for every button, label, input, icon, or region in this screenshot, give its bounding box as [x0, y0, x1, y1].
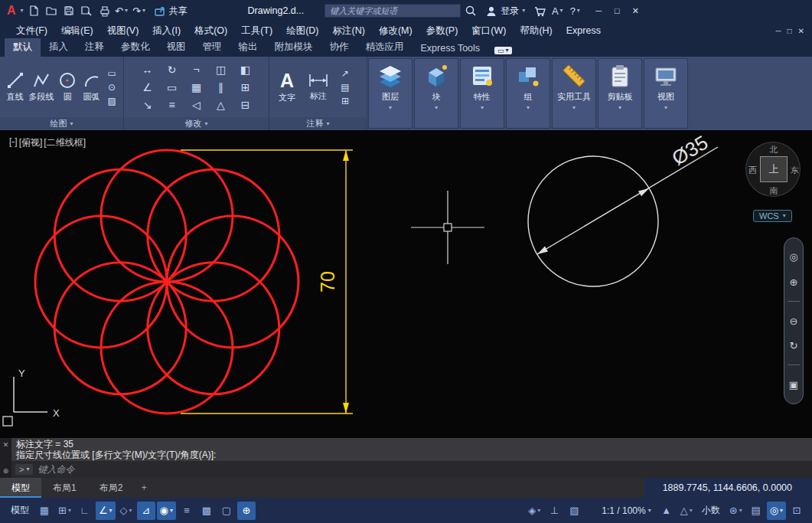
status-annotation-scale[interactable]: 1:1 / 100%▾: [597, 502, 655, 520]
erase-tool-icon[interactable]: ≡: [168, 99, 174, 111]
viewport-view-control[interactable]: [俯视]: [19, 136, 43, 149]
nav-orbit-icon[interactable]: ↻: [790, 340, 798, 351]
new-layout-button[interactable]: +: [134, 478, 154, 498]
explode-tool-icon[interactable]: ⊞: [241, 81, 250, 93]
menu-insert[interactable]: 插入(I): [145, 21, 188, 40]
panel-layers[interactable]: 图层 ▾: [368, 58, 413, 129]
redo-button[interactable]: ↷▾: [132, 2, 147, 19]
chevron-down-icon[interactable]: ▾: [21, 8, 24, 14]
status-snap-icon[interactable]: ⊞▾: [55, 502, 74, 520]
polyline-tool[interactable]: 多段线: [28, 71, 54, 103]
status-annotation-monitor-icon[interactable]: ▧: [565, 502, 583, 520]
status-autoscale-icon[interactable]: △▾: [677, 502, 696, 520]
menu-help[interactable]: 帮助(H): [513, 21, 559, 40]
status-isodraft-icon[interactable]: ◇▾: [117, 502, 135, 520]
leader-tool-icon[interactable]: ↗: [341, 68, 349, 79]
tab-output[interactable]: 输出: [230, 38, 266, 57]
autodesk-account-button[interactable]: A▾: [549, 2, 565, 19]
viewcube-top-face[interactable]: 上: [760, 156, 788, 182]
status-dynamic-ucs-icon[interactable]: ⊥: [545, 502, 563, 520]
command-prompt-icon[interactable]: >▾: [15, 464, 33, 475]
mirror-tool-icon[interactable]: ◧: [240, 64, 250, 76]
search-input[interactable]: [324, 4, 461, 18]
arc-tool[interactable]: 圆弧: [81, 71, 102, 103]
line-tool[interactable]: 直线: [5, 71, 25, 103]
panel-title-draw[interactable]: 绘图▾: [0, 117, 123, 130]
panel-title-modify[interactable]: 修改▾: [124, 117, 269, 130]
command-input-row[interactable]: >▾: [11, 461, 812, 478]
wcs-dropdown[interactable]: WCS▾: [753, 210, 792, 222]
command-history[interactable]: 标注文字 = 35 指定尺寸线位置或 [多行文字(M)/文字(T)/角度(A)]…: [11, 438, 812, 461]
command-input[interactable]: [38, 464, 812, 475]
menu-edit[interactable]: 编辑(E): [54, 21, 100, 40]
circle-tool[interactable]: 圆: [57, 71, 77, 103]
offset-tool-icon[interactable]: ∥: [218, 81, 223, 93]
vertical-dimension[interactable]: 70: [181, 150, 353, 413]
array-tool-icon[interactable]: ▦: [191, 81, 201, 93]
status-osnap-icon[interactable]: ◉▾: [157, 502, 176, 520]
copy-tool-icon[interactable]: ◫: [216, 64, 226, 76]
tab-featured-apps[interactable]: 精选应用: [357, 38, 413, 57]
panel-title-annotate[interactable]: 注释▾: [269, 117, 367, 130]
panel-clipboard[interactable]: 剪贴板 ▾: [598, 58, 642, 129]
align-tool-icon[interactable]: △: [217, 99, 225, 111]
save-as-button[interactable]: [79, 2, 94, 19]
dimension-tool[interactable]: 标注: [303, 72, 334, 102]
status-ortho-icon[interactable]: ∟: [76, 502, 94, 520]
panel-properties[interactable]: 特性 ▾: [460, 58, 504, 129]
search-box[interactable]: [324, 4, 461, 18]
menu-modify[interactable]: 修改(M): [372, 21, 419, 40]
tab-annotate[interactable]: 注释: [77, 38, 113, 57]
window-close-button[interactable]: ✕: [626, 6, 644, 16]
status-quick-properties-icon[interactable]: ▤: [747, 502, 765, 520]
doc-close-button[interactable]: ✕: [798, 27, 804, 35]
scale-tool-icon[interactable]: ↘: [143, 99, 152, 111]
tab-parametric[interactable]: 参数化: [113, 38, 158, 57]
rectangle-tool-icon[interactable]: ▭: [107, 68, 116, 79]
tab-manage[interactable]: 管理: [194, 38, 230, 57]
doc-restore-button[interactable]: □: [788, 27, 792, 35]
markup-tool-icon[interactable]: ⊞: [341, 96, 349, 106]
drawing-canvas[interactable]: 70 Ø35 Y: [0, 130, 812, 438]
layout-tab-layout1[interactable]: 布局1: [41, 478, 88, 498]
nav-showmotion-icon[interactable]: ▣: [789, 379, 798, 391]
tab-collaborate[interactable]: 协作: [321, 38, 357, 57]
help-button[interactable]: ?▾: [567, 2, 582, 19]
menu-format[interactable]: 格式(O): [188, 21, 234, 40]
open-file-button[interactable]: [44, 2, 59, 19]
new-file-button[interactable]: [26, 2, 41, 19]
fillet-tool-icon[interactable]: ∠: [142, 81, 152, 93]
flower-circles[interactable]: [35, 150, 298, 413]
undo-button[interactable]: ↶▾: [114, 2, 129, 19]
nav-pan-icon[interactable]: ⊕: [790, 276, 798, 288]
move-tool-icon[interactable]: ↔: [142, 64, 153, 76]
chamfer-tool-icon[interactable]: ◁: [192, 99, 201, 111]
tab-view[interactable]: 视图: [158, 38, 194, 57]
panel-utilities[interactable]: 实用工具 ▾: [552, 58, 596, 129]
stretch-tool-icon[interactable]: ▭: [167, 81, 177, 93]
share-button[interactable]: 共享: [149, 5, 192, 18]
menu-view[interactable]: 视图(V): [100, 21, 146, 40]
window-minimize-button[interactable]: ─: [589, 6, 608, 16]
viewcube-west[interactable]: 西: [748, 165, 757, 176]
command-close-icon[interactable]: ✕: [3, 441, 9, 449]
save-button[interactable]: [61, 2, 77, 19]
nav-wheel-icon[interactable]: ◎: [789, 251, 797, 263]
ribbon-display-toggle[interactable]: ▭▾: [494, 47, 512, 54]
viewport-visual-style-control[interactable]: [二维线框]: [44, 136, 86, 149]
status-workspace-icon[interactable]: ⊛▾: [726, 502, 745, 520]
menu-express[interactable]: Express: [559, 21, 608, 40]
status-isolate-icon[interactable]: ◎▾: [767, 502, 786, 520]
viewport-minimize-control[interactable]: [-]: [9, 136, 18, 149]
status-transparency-icon[interactable]: ▩: [197, 502, 216, 520]
status-polar-icon[interactable]: ∠▾: [96, 502, 116, 520]
layout-tab-model[interactable]: 模型: [0, 478, 41, 498]
layout-tab-layout2[interactable]: 布局2: [88, 478, 135, 498]
tab-insert[interactable]: 插入: [41, 38, 77, 57]
menu-file[interactable]: 文件(F): [9, 21, 54, 40]
status-clean-screen-icon[interactable]: ⊡: [788, 502, 806, 520]
trim-tool-icon[interactable]: ¬: [193, 64, 199, 76]
menu-window[interactable]: 窗口(W): [465, 21, 513, 40]
status-grid-icon[interactable]: ▦: [35, 502, 54, 520]
login-button[interactable]: 登录 ▾: [481, 5, 530, 18]
